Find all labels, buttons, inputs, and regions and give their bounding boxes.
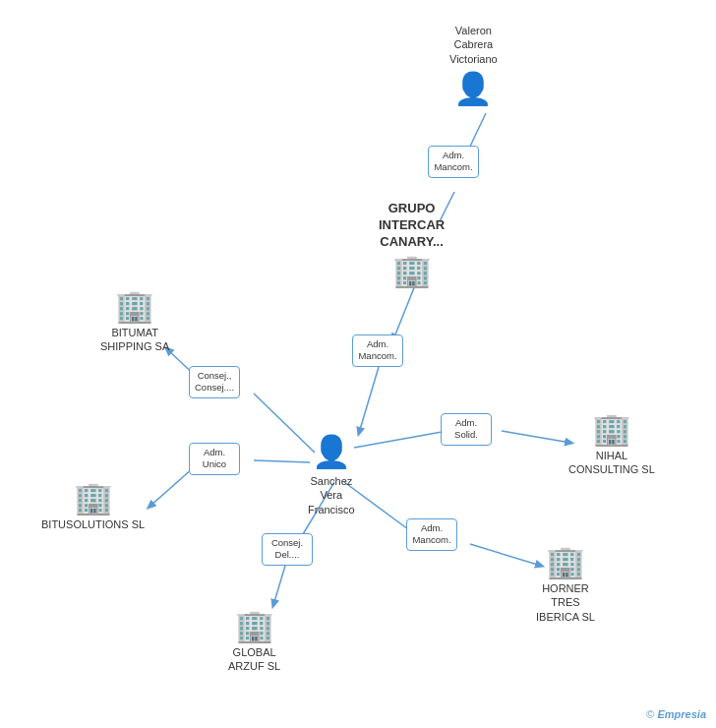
node-nihal[interactable]: 🏢 NIHAL CONSULTING SL — [568, 413, 655, 477]
node-sanchez[interactable]: 👤 Sanchez Vera Francisco — [308, 433, 355, 516]
badge-sanchez-bitusolutions: Adm. Unico — [189, 443, 240, 475]
person-icon-sanchez: 👤 — [312, 433, 351, 470]
svg-line-6 — [254, 460, 310, 462]
building-icon-nihal: 🏢 — [592, 413, 631, 445]
svg-line-13 — [470, 544, 541, 566]
svg-line-2 — [393, 285, 415, 339]
building-icon-bitusolutions: 🏢 — [74, 482, 113, 514]
building-icon-grupo: 🏢 — [392, 255, 432, 286]
svg-line-4 — [254, 394, 315, 453]
svg-line-8 — [354, 431, 448, 448]
person-icon-vcv: 👤 — [453, 70, 493, 107]
svg-line-9 — [502, 431, 570, 443]
graph-container: Valeron Cabrera Victoriano 👤 Adm. Mancom… — [0, 0, 716, 728]
badge-grupo-sanchez: Adm. Mancom. — [352, 334, 403, 367]
badge-sanchez-nihal: Adm. Solid. — [441, 413, 492, 446]
badge-vcv-grupo: Adm. Mancom. — [428, 146, 479, 178]
copyright-symbol: © — [646, 708, 654, 720]
building-icon-horner: 🏢 — [546, 546, 585, 577]
node-vcv[interactable]: Valeron Cabrera Victoriano 👤 — [449, 20, 498, 107]
node-global[interactable]: 🏢 GLOBAL ARZUF SL — [228, 610, 280, 674]
watermark: © Empresia — [646, 708, 706, 720]
node-horner[interactable]: 🏢 HORNER TRES IBERICA SL — [536, 546, 595, 624]
svg-line-3 — [359, 367, 379, 433]
badge-sanchez-global: Consej. Del.... — [262, 533, 313, 566]
badge-sanchez-bitumat: Consej., Consej.... — [189, 366, 240, 398]
badge-sanchez-horner: Adm. Mancom. — [406, 518, 457, 551]
building-icon-global: 🏢 — [235, 610, 274, 641]
node-bitusolutions[interactable]: 🏢 BITUSOLUTIONS SL — [41, 482, 145, 531]
svg-line-11 — [273, 566, 285, 605]
node-grupo[interactable]: GRUPO INTERCAR CANARY... 🏢 — [379, 197, 445, 286]
node-bitumat[interactable]: 🏢 BITUMAT SHIPPING SA — [100, 290, 169, 354]
brand-name: Empresia — [657, 708, 706, 720]
building-icon-bitumat: 🏢 — [115, 290, 154, 322]
